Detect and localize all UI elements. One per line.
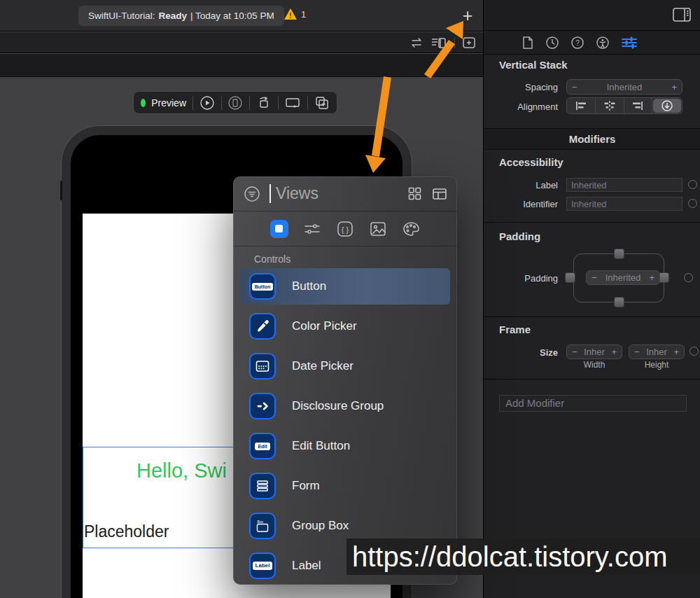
library-item-label: Date Picker [292,359,354,373]
align-trailing-icon[interactable] [624,98,653,113]
library-item-label: Button [292,279,326,293]
padding-top-toggle[interactable] [614,249,624,259]
watermark-url: https://ddolcat.tistory.com [352,541,668,573]
history-inspector-icon[interactable] [545,36,559,50]
play-icon[interactable] [200,95,215,111]
main-toolbar: SwiftUI-Tutorial: Ready | Today at 10:05… [0,0,483,32]
svg-text:{ }: { } [341,225,349,233]
editor-jump-bar [0,32,483,53]
padding-trailing-toggle[interactable] [659,272,669,283]
library-item-date-picker[interactable]: Date Picker [240,348,450,384]
media-tab-icon[interactable] [369,221,387,237]
inspector-topbar [484,0,700,31]
library-search-bar[interactable]: Views [233,176,457,211]
stepper-plus[interactable]: + [611,347,617,357]
label-icon: Label [249,552,276,579]
accessibility-label-radio[interactable] [688,180,697,189]
stepper-minus[interactable]: − [572,82,578,92]
library-item-color-picker[interactable]: Color Picker [240,308,450,345]
views-tab-icon[interactable] [270,220,288,238]
display-icon[interactable] [284,95,301,111]
accessibility-identifier-radio[interactable] [688,199,697,208]
library-item-label: Edit Button [292,439,350,453]
library-add-button[interactable]: + [456,4,479,27]
library-item-button[interactable]: Button Button [240,268,450,305]
accessibility-label-field[interactable]: Inherited [566,178,682,192]
padding-radio[interactable] [684,273,693,282]
stepper-minus[interactable]: − [634,347,640,357]
form-icon [249,473,276,499]
add-editor-icon[interactable] [462,36,476,49]
spacing-value: Inherited [578,82,672,92]
stepper-plus[interactable]: + [671,82,677,92]
snippets-tab-icon[interactable]: { } [336,220,354,238]
device-icon[interactable] [227,95,243,111]
accessibility-identifier-field[interactable]: Inherited [566,197,682,211]
padding-leading-toggle[interactable] [565,272,575,283]
align-firsttextbaseline-icon[interactable] [653,99,681,113]
add-modifier-input[interactable]: Add Modifier [499,395,687,412]
editor-secondary-strip [0,54,483,77]
edit-button-icon: Edit [249,433,276,459]
color-picker-icon [249,313,276,340]
filter-icon[interactable] [243,185,261,203]
placeholder-text[interactable]: Placeholder [84,522,169,541]
height-stepper[interactable]: − Inher + [629,345,685,359]
modifiers-header: Modifiers [484,128,700,150]
hello-swiftui-text[interactable]: Hello, Swi [136,459,227,482]
stepper-plus[interactable]: + [649,272,654,283]
align-center-icon[interactable] [596,98,624,113]
library-item-disclosure-group[interactable]: Disclosure Group [240,388,450,424]
padding-value: Inherited [597,272,650,283]
padding-stepper[interactable]: − Inherited + [586,270,660,285]
button-icon: Button [249,273,276,300]
height-value: Inher [640,347,674,357]
width-stepper[interactable]: − Inher + [566,345,622,359]
height-caption: Height [629,360,685,370]
rotate-device-icon[interactable] [256,95,272,111]
padding-label: Padding [484,273,558,284]
duplicate-preview-icon[interactable] [314,95,330,111]
alignment-label: Alignment [484,102,558,112]
library-item-form[interactable]: Form [240,468,450,504]
device-side-button [60,181,62,200]
stepper-plus[interactable]: + [673,347,679,357]
help-inspector-icon[interactable]: ? [570,36,584,50]
svg-text:?: ? [575,39,580,47]
date-picker-icon [249,353,276,380]
svg-text:Box: Box [258,520,264,524]
warning-count: 1 [301,9,306,20]
size-radio[interactable] [690,347,699,356]
list-view-icon[interactable] [432,187,447,201]
inspector-section-title: Vertical Stack [499,59,568,71]
editor-options-icon[interactable] [430,36,447,49]
stepper-minus[interactable]: − [592,272,597,283]
width-caption: Width [566,360,622,370]
warning-badge[interactable]: ! 1 [284,8,306,20]
spacing-stepper[interactable]: − Inherited + [566,79,682,95]
library-item-label: Disclosure Group [292,399,384,413]
library-tab-bar: { } [233,211,457,246]
inspector-tab-bar: ? [484,31,700,55]
size-label: Size [484,347,558,358]
file-inspector-icon[interactable] [522,36,534,50]
project-name: SwiftUI-Tutorial: [88,11,155,21]
library-item-edit-button[interactable]: Edit Edit Button [240,428,450,464]
accessibility-inspector-icon[interactable] [596,36,610,50]
grid-view-icon[interactable] [407,186,422,201]
watermark-banner: https://ddolcat.tistory.com [346,538,700,575]
attributes-inspector-icon[interactable] [621,36,638,50]
activity-viewer[interactable]: SwiftUI-Tutorial: Ready | Today at 10:05… [78,6,284,26]
colors-tab-icon[interactable] [402,221,421,237]
stepper-minus[interactable]: − [572,347,578,357]
accessibility-header: Accessibility [499,156,564,168]
group-box-icon: Box [249,513,276,539]
preview-label: Preview [151,97,186,109]
library-popup: Views { } Controls Button [233,176,457,585]
modifiers-tab-icon[interactable] [303,221,321,237]
padding-bottom-toggle[interactable] [614,297,624,307]
align-leading-icon[interactable] [567,98,596,113]
toggle-right-sidebar-icon[interactable] [671,6,692,23]
padding-header: Padding [499,230,540,242]
swap-arrows-icon[interactable] [410,37,424,48]
